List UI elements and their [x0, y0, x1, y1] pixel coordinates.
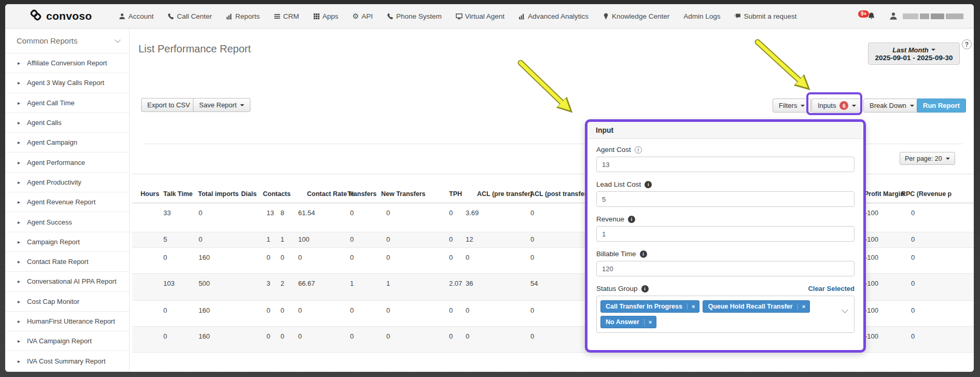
per-page-label: Per page: 20: [905, 155, 942, 162]
table-cell: -100: [865, 254, 878, 261]
nav-item-admin-logs[interactable]: Admin Logs: [683, 12, 720, 20]
notifications-button[interactable]: 9+: [858, 10, 876, 22]
lead-list-cost-label: Lead List Cost: [596, 180, 641, 188]
app-screen: convoso Account Call Center Reports CRM …: [5, 4, 974, 372]
table-cell: 0: [530, 306, 534, 314]
table-cell: 0: [163, 306, 167, 314]
table-cell: 0: [530, 209, 534, 217]
sidebar-item[interactable]: ▸Campaign Report: [5, 232, 129, 252]
sidebar-item[interactable]: ▸Agent Success: [5, 212, 129, 232]
sidebar-item[interactable]: ▸Agent Campaign: [5, 133, 129, 152]
remove-tag-icon[interactable]: ×: [644, 319, 656, 325]
nav-item-knowledge-center[interactable]: Knowledge Center: [603, 12, 669, 20]
sidebar-item[interactable]: ▸Conversational AI PPA Report: [5, 272, 129, 291]
billable-time-input[interactable]: [596, 261, 855, 276]
sidebar-item[interactable]: ▸IVA Campaign Report: [5, 331, 129, 351]
nav-item-virtual-agent[interactable]: Virtual Agent: [456, 12, 505, 20]
nav-item-crm[interactable]: CRM: [274, 12, 299, 20]
sidebar-item[interactable]: ▸Agent Performance: [5, 152, 129, 172]
info-icon[interactable]: i: [640, 250, 647, 258]
sidebar-item-label: Agent Calls: [27, 119, 61, 127]
redacted-username: [903, 13, 963, 19]
status-group-multiselect[interactable]: Call Transfer In Progress×Queue Hold Rec…: [596, 296, 855, 333]
revenue-label: Revenue: [596, 215, 624, 223]
nav-label: Knowledge Center: [612, 12, 669, 20]
info-icon[interactable]: i: [641, 285, 649, 292]
nav-item-reports[interactable]: Reports: [226, 12, 260, 20]
logo-text: convoso: [46, 10, 92, 22]
sidebar-item[interactable]: ▸IVA Cost Summary Report: [5, 351, 129, 371]
info-icon[interactable]: i: [645, 181, 652, 188]
table-cell: 1: [267, 235, 270, 243]
notification-count-badge: 9+: [858, 10, 869, 18]
run-report-button[interactable]: Run Report: [917, 99, 966, 113]
convoso-logo[interactable]: convoso: [29, 8, 92, 24]
table-cell: 0: [466, 306, 469, 314]
run-report-label: Run Report: [923, 102, 960, 109]
convoso-logo-icon: [29, 8, 43, 24]
table-cell: 1: [350, 280, 354, 287]
inputs-button[interactable]: Inputs 6: [811, 99, 862, 113]
column-header: Profit Margin: [864, 190, 904, 198]
date-range-picker[interactable]: Last Month 2025-09-01 - 2025-09-30: [868, 43, 960, 65]
sidebar-item[interactable]: ▸HumanFirst Utterance Report: [5, 312, 129, 331]
save-report-button[interactable]: Save Report: [193, 98, 250, 112]
sidebar-item[interactable]: ▸Affiliate Conversion Report: [5, 53, 129, 73]
table-cell: 54: [530, 280, 538, 287]
list-icon: [274, 13, 281, 20]
nav-label: CRM: [283, 12, 299, 20]
expand-triangle-icon: ▸: [18, 139, 20, 145]
agent-cost-input[interactable]: [596, 157, 855, 172]
user-menu[interactable]: [889, 12, 963, 20]
person-icon: [119, 13, 125, 20]
input-panel: Input Agent Cost i Lead List Cost i: [585, 119, 866, 353]
table-cell: 0: [386, 209, 390, 217]
remove-tag-icon[interactable]: ×: [797, 303, 809, 310]
nav-item-submit-request[interactable]: Submit a request: [734, 12, 796, 20]
table-cell: 33: [163, 209, 171, 217]
table-cell: 0: [386, 332, 390, 340]
sidebar-item-label: Contact Rate Report: [27, 258, 89, 266]
sidebar-item[interactable]: ▸Agent Productivity: [5, 173, 129, 192]
table-cell: 0: [350, 306, 354, 314]
table-cell: 100: [298, 235, 310, 243]
sidebar-item[interactable]: ▸Agent Revenue Report: [5, 192, 129, 212]
nav-item-advanced-analytics[interactable]: Advanced Analytics: [519, 12, 589, 20]
sidebar-item-label: IVA Cost Summary Report: [27, 357, 105, 365]
person-icon: [889, 12, 898, 20]
status-tag-label: No Answer: [601, 318, 644, 326]
table-cell: 1: [281, 235, 284, 243]
sidebar-header-label: Common Reports: [17, 36, 78, 45]
chevron-down-icon: [115, 37, 120, 43]
revenue-input[interactable]: [596, 226, 855, 242]
clear-selected-link[interactable]: Clear Selected: [808, 285, 855, 292]
table-cell: -100: [865, 280, 878, 287]
sidebar-item[interactable]: ▸Contact Rate Report: [5, 252, 129, 272]
info-icon[interactable]: i: [635, 146, 642, 153]
nav-item-apps[interactable]: Apps: [313, 12, 339, 20]
sidebar-header-common-reports[interactable]: Common Reports: [5, 29, 129, 53]
page-title: List Performance Report: [138, 43, 251, 55]
filters-button[interactable]: Filters: [773, 99, 811, 113]
nav-item-api[interactable]: ⚙ API: [353, 12, 373, 20]
per-page-select[interactable]: Per page: 20: [900, 152, 955, 165]
sidebar-item[interactable]: ▸Cost Cap Monitor: [5, 292, 129, 312]
nav-item-call-center[interactable]: Call Center: [167, 12, 212, 20]
sidebar-item[interactable]: ▸Agent Call Time: [5, 93, 129, 113]
column-header: TPH: [449, 190, 462, 198]
sidebar-item-label: Agent Campaign: [27, 138, 77, 146]
remove-tag-icon[interactable]: ×: [687, 303, 699, 310]
expand-triangle-icon: ▸: [18, 100, 20, 106]
sidebar-item-label: Campaign Report: [27, 238, 80, 246]
help-button[interactable]: ?: [962, 39, 972, 49]
sidebar-item[interactable]: ▸Agent 3 Way Calls Report: [5, 73, 129, 93]
table-cell: 500: [199, 280, 210, 287]
export-csv-button[interactable]: Export to CSV: [141, 98, 196, 112]
nav-item-phone-system[interactable]: Phone System: [387, 12, 442, 20]
lead-list-cost-input[interactable]: [596, 191, 855, 207]
break-down-button[interactable]: Break Down: [863, 99, 920, 113]
expand-triangle-icon: ▸: [18, 199, 20, 205]
info-icon[interactable]: i: [628, 216, 635, 223]
sidebar-item[interactable]: ▸Agent Calls: [5, 113, 129, 133]
nav-item-account[interactable]: Account: [119, 12, 153, 20]
